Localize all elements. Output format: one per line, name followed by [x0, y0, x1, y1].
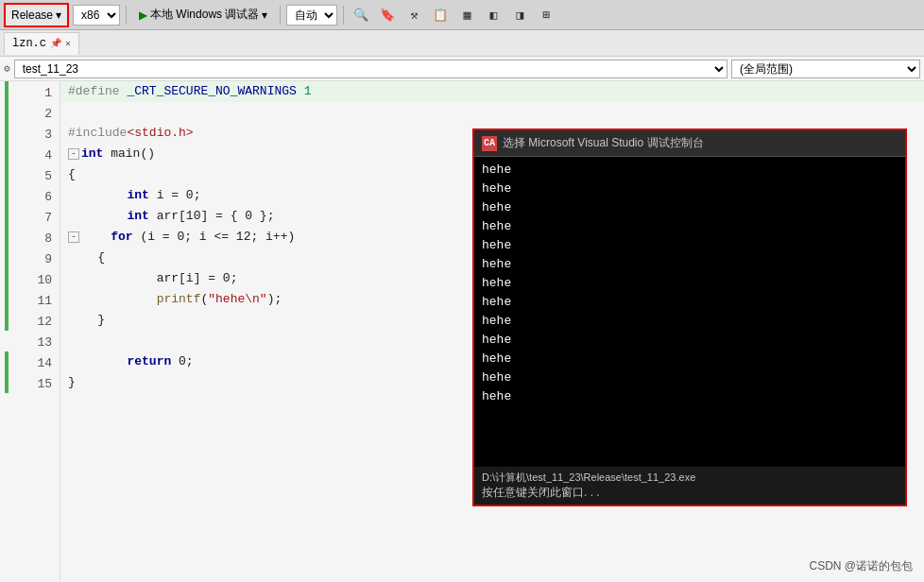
bookmark-icon-btn[interactable]: 🔖: [376, 4, 399, 26]
line-num-9: 9: [13, 249, 60, 270]
line-num-1: 1: [13, 83, 60, 104]
search-icon-btn[interactable]: 🔍: [350, 4, 372, 26]
tool-icon-1[interactable]: ⚒: [402, 4, 425, 26]
console-out-1: hehe: [482, 161, 898, 180]
code-content-1: #define _CRT_SECURE_NO_WARNINGS 1: [68, 81, 311, 102]
tool-icon-6[interactable]: ⊞: [535, 4, 557, 26]
line-num-7: 7: [13, 208, 60, 229]
build-config-label: Release: [11, 9, 53, 22]
console-footer: D:\计算机\test_11_23\Release\test_11_23.exe…: [474, 467, 905, 505]
gutter-2: [0, 102, 13, 123]
left-gutter: [0, 81, 13, 582]
console-out-6: hehe: [482, 255, 898, 274]
gutter-13: [0, 331, 13, 351]
gutter-14: [0, 351, 13, 372]
file-tab[interactable]: lzn.c 📌 ✕: [4, 32, 79, 55]
console-out-13: hehe: [482, 387, 898, 406]
build-config-arrow: ▾: [56, 9, 61, 22]
tab-pin[interactable]: 📌: [50, 38, 61, 49]
gutter-5: [0, 164, 13, 185]
line-num-14: 14: [13, 353, 60, 374]
gutter-12: [0, 310, 13, 331]
console-out-11: hehe: [482, 350, 898, 368]
line-num-13: 13: [13, 333, 60, 353]
console-out-5: hehe: [482, 236, 898, 255]
line-num-8: 8: [13, 229, 60, 249]
gutter-8: [0, 227, 13, 248]
tabbar: lzn.c 📌 ✕: [0, 30, 924, 57]
tool-icon-5[interactable]: ◨: [508, 4, 531, 26]
tab-close-icon[interactable]: ✕: [65, 38, 71, 49]
console-path: D:\计算机\test_11_23\Release\test_11_23.exe: [482, 471, 898, 485]
scope-select[interactable]: (全局范围): [731, 60, 920, 78]
console-out-12: hehe: [482, 368, 898, 387]
console-out-7: hehe: [482, 274, 898, 293]
platform-select[interactable]: x86: [73, 5, 120, 26]
line-num-12: 12: [13, 312, 60, 333]
line-num-5: 5: [13, 166, 60, 187]
debug-target-label: 本地 Windows 调试器: [150, 7, 259, 23]
line-num-15: 15: [13, 374, 60, 395]
gutter-10: [0, 268, 13, 289]
line-num-4: 4: [13, 146, 60, 166]
debug-mode-select[interactable]: 自动: [286, 5, 337, 26]
separator-1: [126, 6, 127, 25]
console-titlebar: CA 选择 Microsoft Visual Studio 调试控制台: [474, 130, 905, 157]
gutter-6: [0, 185, 13, 206]
tool-icon-3[interactable]: ▦: [455, 4, 478, 26]
code-content-3: #include<stdio.h>: [68, 123, 194, 144]
line-num-2: 2: [13, 104, 60, 125]
console-out-2: hehe: [482, 180, 898, 198]
console-out-8: hehe: [482, 293, 898, 312]
console-window[interactable]: CA 选择 Microsoft Visual Studio 调试控制台 hehe…: [472, 128, 907, 506]
debug-target-arrow: ▾: [262, 9, 267, 22]
tool-icon-2[interactable]: 📋: [429, 4, 452, 26]
console-title: 选择 Microsoft Visual Studio 调试控制台: [503, 135, 704, 151]
editor-header: ⚙ test_11_23 (全局范围): [0, 57, 924, 81]
tool-icon-4[interactable]: ◧: [482, 4, 505, 26]
line-num-3: 3: [13, 125, 60, 146]
gutter-4: [0, 144, 13, 164]
console-out-9: hehe: [482, 312, 898, 331]
build-config-button[interactable]: Release ▾: [4, 3, 69, 27]
gutter-11: [0, 289, 13, 310]
toolbar: Release ▾ x86 ▶ 本地 Windows 调试器 ▾ 自动 🔍 🔖 …: [0, 0, 924, 30]
console-out-4: hehe: [482, 217, 898, 236]
console-prompt: 按任意键关闭此窗口. . .: [482, 485, 898, 501]
line-num-10: 10: [13, 270, 60, 291]
separator-3: [343, 6, 344, 25]
play-icon: ▶: [139, 9, 147, 22]
console-out-10: hehe: [482, 331, 898, 350]
collapse-icon-4[interactable]: -: [68, 148, 79, 160]
line-num-11: 11: [13, 291, 60, 312]
code-line-2: [60, 102, 924, 123]
console-body: hehe hehe hehe hehe hehe hehe hehe hehe …: [474, 157, 905, 467]
gutter-3: [0, 123, 13, 144]
function-select[interactable]: test_11_23: [14, 60, 727, 78]
console-out-3: hehe: [482, 198, 898, 217]
collapse-icon-8[interactable]: -: [68, 231, 79, 243]
console-app-icon: CA: [482, 136, 497, 151]
function-icon: ⚙: [4, 62, 10, 75]
editor-container: 1 2 3 4 5 6 7 8 9 10 11 12 13 14 15 #def…: [0, 81, 924, 582]
tab-filename: lzn.c: [12, 37, 46, 50]
line-num-6: 6: [13, 187, 60, 208]
play-button[interactable]: ▶ 本地 Windows 调试器 ▾: [132, 3, 274, 27]
gutter-1: [0, 81, 13, 102]
code-line-1: #define _CRT_SECURE_NO_WARNINGS 1: [60, 81, 924, 102]
gutter-9: [0, 248, 13, 268]
gutter-15: [0, 372, 13, 393]
watermark: CSDN @诺诺的包包: [809, 558, 913, 574]
gutter-7: [0, 206, 13, 227]
separator-2: [280, 6, 281, 25]
line-numbers: 1 2 3 4 5 6 7 8 9 10 11 12 13 14 15: [13, 81, 60, 582]
